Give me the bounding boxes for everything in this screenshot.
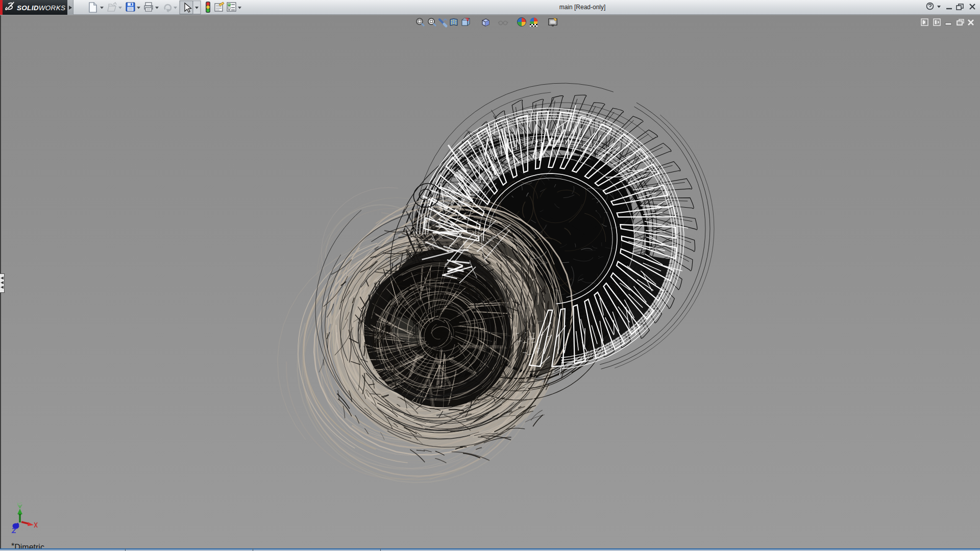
svg-text:SOLIDWORKS: SOLIDWORKS — [17, 4, 65, 12]
